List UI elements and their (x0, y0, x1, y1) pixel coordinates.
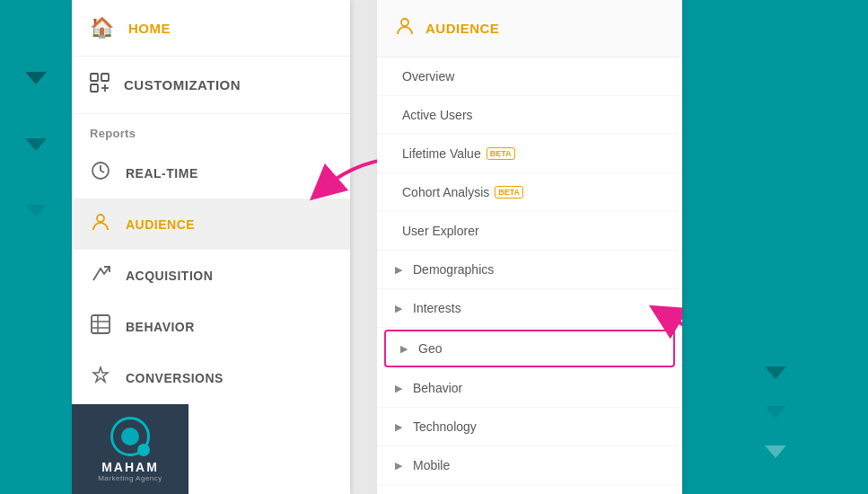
demographics-expand-icon: ▶ (395, 264, 402, 276)
home-icon: 🏠 (90, 16, 114, 40)
lifetime-value-beta-badge: BETA (487, 147, 515, 160)
audience-nav-item[interactable]: AUDIENCE (72, 198, 350, 250)
active-users-item[interactable]: Active Users (377, 96, 682, 135)
behavior-label: BEHAVIOR (126, 320, 195, 334)
reports-section-label: Reports (72, 114, 350, 147)
conversions-nav-item[interactable]: CONVERSIONS (72, 352, 350, 403)
demographics-item[interactable]: ▶ Demographics (377, 251, 682, 289)
home-nav-item[interactable]: 🏠 HOME (72, 0, 350, 57)
realtime-label: REAL-TIME (126, 166, 198, 181)
geo-item[interactable]: ▶ Geo (384, 330, 675, 367)
interests-expand-icon: ▶ (395, 303, 402, 314)
right-audience-label: AUDIENCE (425, 21, 499, 36)
overview-item[interactable]: Overview (377, 57, 682, 96)
customization-label: CUSTOMIZATION (124, 77, 241, 93)
interests-item[interactable]: ▶ Interests (377, 289, 682, 328)
overview-label: Overview (402, 69, 454, 84)
right-arrow-2 (765, 406, 786, 419)
svg-rect-2 (91, 84, 98, 92)
acquisition-nav-item[interactable]: ACQUISITION (72, 250, 350, 301)
behavior-sub-expand-icon: ▶ (395, 383, 402, 394)
logo-sub-text: Marketing Agency (98, 474, 162, 482)
right-nav-panel: AUDIENCE Overview Active Users Lifetime … (377, 0, 682, 494)
behavior-nav-item[interactable]: BEHAVIOR (72, 301, 350, 352)
cohort-analysis-item[interactable]: Cohort Analysis BETA (377, 173, 682, 212)
interests-label: Interests (413, 301, 461, 315)
svg-rect-1 (101, 74, 109, 81)
mobile-label: Mobile (413, 458, 450, 472)
conversions-label: CONVERSIONS (126, 371, 224, 385)
left-nav-panel: 🏠 HOME CUSTOMIZATION Reports (72, 0, 350, 494)
middle-divider (350, 0, 377, 494)
active-users-label: Active Users (402, 108, 473, 122)
logo-main-text: MAHAM (101, 460, 159, 474)
realtime-nav-item[interactable]: REAL-TIME (72, 147, 350, 198)
left-arrow-2 (25, 138, 47, 151)
mobile-expand-icon: ▶ (395, 460, 402, 472)
lifetime-value-label: Lifetime Value (402, 146, 481, 161)
geo-label: Geo (418, 341, 442, 356)
left-teal-strip (0, 0, 72, 494)
demographics-label: Demographics (413, 262, 494, 277)
customization-icon (90, 73, 110, 97)
svg-rect-0 (91, 74, 98, 81)
svg-point-8 (97, 215, 104, 222)
user-explorer-label: User Explorer (402, 224, 479, 238)
svg-rect-9 (92, 315, 110, 333)
left-arrow-1 (25, 72, 47, 84)
right-teal-strip (682, 0, 868, 494)
behavior-sub-item[interactable]: ▶ Behavior (377, 369, 682, 408)
acquisition-icon (90, 263, 111, 287)
conversions-icon (90, 366, 111, 390)
realtime-icon (90, 161, 111, 185)
home-label: HOME (128, 21, 171, 36)
acquisition-label: ACQUISITION (126, 269, 213, 283)
cohort-analysis-label: Cohort Analysis (402, 185, 489, 199)
svg-point-14 (401, 19, 408, 26)
behavior-sub-label: Behavior (413, 381, 462, 395)
lifetime-value-item[interactable]: Lifetime Value BETA (377, 135, 682, 173)
technology-item[interactable]: ▶ Technology (377, 408, 682, 446)
audience-icon (90, 212, 111, 236)
svg-line-7 (101, 171, 104, 172)
right-arrow-1 (765, 366, 786, 379)
customization-nav-item[interactable]: CUSTOMIZATION (72, 57, 350, 114)
behavior-icon (90, 314, 111, 339)
right-nav-header: AUDIENCE (377, 0, 682, 57)
user-explorer-item[interactable]: User Explorer (377, 212, 682, 251)
right-audience-icon (395, 16, 415, 40)
geo-expand-icon: ▶ (400, 343, 408, 355)
custom-item[interactable]: ▶ Custom (377, 485, 682, 494)
technology-expand-icon: ▶ (395, 421, 402, 433)
right-arrow-3 (765, 445, 786, 458)
mobile-item[interactable]: ▶ Mobile (377, 446, 682, 485)
cohort-analysis-beta-badge: BETA (495, 186, 523, 198)
audience-label: AUDIENCE (126, 217, 195, 232)
left-arrow-3 (25, 205, 47, 217)
technology-label: Technology (413, 419, 477, 434)
